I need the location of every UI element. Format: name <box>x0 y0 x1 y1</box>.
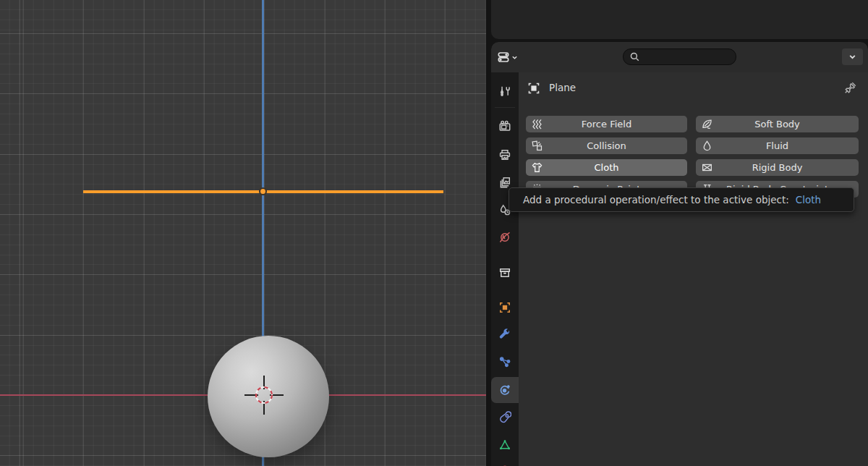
physics-icon <box>498 384 511 397</box>
tool-icon <box>498 85 511 98</box>
tab-modifiers[interactable] <box>491 321 519 347</box>
tooltip: Add a procedural operation/effect to the… <box>509 187 854 212</box>
output-icon <box>498 148 511 161</box>
tab-object-data[interactable] <box>491 432 519 458</box>
tab-object[interactable] <box>491 295 519 321</box>
tab-material[interactable] <box>491 457 519 466</box>
chevron-down-icon <box>848 53 856 61</box>
3d-cursor <box>241 372 287 418</box>
physics-button-soft-body[interactable]: Soft Body <box>696 116 859 132</box>
properties-tab-bar <box>491 72 519 466</box>
physics-button-fluid[interactable]: Fluid <box>696 137 859 154</box>
plane-origin-point <box>259 187 267 195</box>
properties-content: Plane Force Field <box>519 72 868 466</box>
constraints-icon <box>498 411 511 424</box>
tooltip-text: Add a procedural operation/effect to the… <box>523 194 789 206</box>
pin-icon[interactable] <box>843 81 857 95</box>
particles-icon <box>498 355 511 368</box>
properties-editor: Plane Force Field <box>491 42 868 466</box>
tab-world[interactable] <box>491 224 519 250</box>
chevron-down-icon <box>511 54 518 61</box>
tab-output[interactable] <box>491 142 519 168</box>
breadcrumb: Plane <box>519 80 868 98</box>
3d-viewport[interactable] <box>0 0 486 466</box>
tab-tool[interactable] <box>491 78 519 104</box>
search-input[interactable] <box>623 48 736 65</box>
view-layer-icon <box>498 176 511 189</box>
tooltip-value: Cloth <box>796 194 821 206</box>
tab-collection[interactable] <box>491 260 519 286</box>
properties-editor-icon <box>497 51 510 64</box>
physics-button-cloth[interactable]: Cloth <box>526 159 687 176</box>
modifiers-icon <box>498 328 511 341</box>
tab-physics[interactable] <box>491 377 519 403</box>
collection-icon <box>498 266 511 279</box>
tab-particles[interactable] <box>491 349 519 375</box>
filter-dropdown-button[interactable] <box>842 48 863 65</box>
physics-button-collision[interactable]: Collision <box>526 137 687 154</box>
editor-type-button[interactable] <box>497 48 529 67</box>
properties-header <box>491 42 868 72</box>
breadcrumb-object-name: Plane <box>549 82 576 93</box>
object-icon <box>498 301 511 314</box>
world-icon <box>498 231 511 244</box>
tab-separator <box>495 107 515 108</box>
physics-button-rigid-body[interactable]: Rigid Body <box>696 159 859 176</box>
search-icon <box>629 51 640 62</box>
object-data-icon <box>498 439 511 452</box>
physics-button-force-field[interactable]: Force Field <box>526 116 687 132</box>
outliner-panel <box>491 0 868 39</box>
tab-constraints[interactable] <box>491 404 519 431</box>
render-icon <box>498 119 511 132</box>
tab-render[interactable] <box>491 113 519 139</box>
object-data-breadcrumb-icon <box>527 81 541 96</box>
